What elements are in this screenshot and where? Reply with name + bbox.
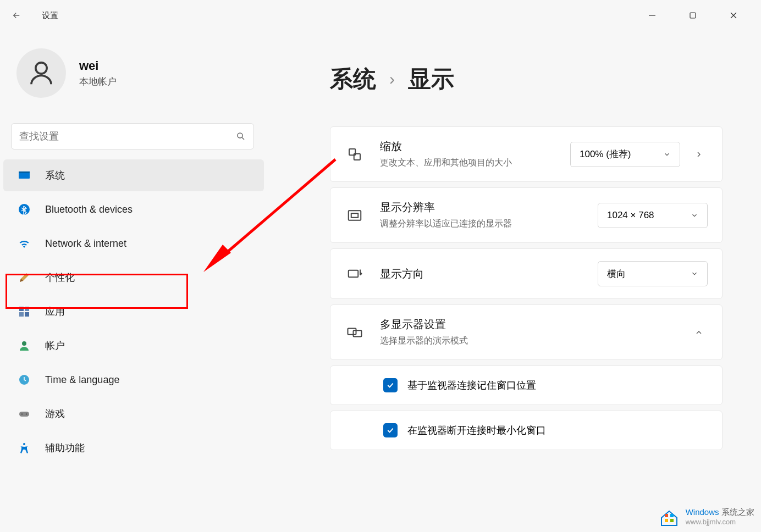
dropdown-value: 1024 × 768 [607, 210, 654, 221]
watermark-url: www.bjjmlv.com [686, 518, 754, 526]
orientation-icon [345, 264, 365, 284]
dropdown-value: 横向 [607, 268, 626, 280]
nav-label: 系统 [45, 169, 65, 182]
nav-label: Network & internet [45, 238, 126, 250]
setting-multi-display[interactable]: 多显示器设置 选择显示器的演示模式 [330, 304, 723, 360]
search-input[interactable] [11, 123, 254, 149]
svg-rect-31 [665, 514, 668, 517]
setting-desc: 调整分辨率以适应已连接的显示器 [380, 217, 582, 230]
search-field[interactable] [19, 131, 236, 142]
bluetooth-icon [16, 202, 32, 217]
nav-bluetooth[interactable]: Bluetooth & devices [3, 193, 264, 225]
setting-desc: 选择显示器的演示模式 [380, 334, 671, 347]
nav-label: 个性化 [45, 271, 75, 284]
expand-button[interactable] [690, 146, 708, 163]
chevron-down-icon [663, 151, 671, 158]
chevron-down-icon [691, 212, 698, 219]
close-button[interactable] [723, 7, 745, 24]
svg-point-18 [26, 413, 27, 414]
svg-rect-22 [349, 210, 361, 220]
svg-rect-23 [351, 213, 359, 218]
option-label: 在监视器断开连接时最小化窗口 [407, 424, 546, 437]
nav-time[interactable]: Time & language [3, 364, 264, 396]
svg-rect-12 [19, 312, 24, 317]
chevron-right-icon: › [389, 70, 395, 88]
chevron-down-icon [691, 270, 698, 278]
main-content: 系统 › 显示 缩放 更改文本、应用和其他项目的大小 100% (推荐) 显示分… [269, 31, 761, 532]
svg-rect-13 [25, 312, 29, 317]
nav-apps[interactable]: 应用 [3, 296, 264, 328]
svg-rect-26 [354, 330, 362, 336]
nav-label: 辅助功能 [45, 441, 85, 455]
svg-point-4 [36, 63, 47, 74]
svg-rect-30 [670, 519, 674, 522]
resolution-icon [345, 206, 365, 225]
wifi-icon [16, 236, 32, 251]
nav-list: 系统 Bluetooth & devices Network & interne… [0, 159, 269, 464]
orientation-dropdown[interactable]: 横向 [598, 261, 708, 286]
sidebar: wei 本地帐户 系统 Bluetooth & devices Network … [0, 31, 269, 532]
svg-rect-11 [25, 307, 29, 311]
multi-option-remember[interactable]: 基于监视器连接记住窗口位置 [330, 365, 723, 405]
watermark: Windows 系统之家 www.bjjmlv.com [658, 506, 754, 528]
setting-title: 显示方向 [380, 267, 582, 281]
svg-point-19 [23, 443, 25, 445]
watermark-logo-icon [658, 506, 680, 528]
brush-icon [16, 270, 32, 285]
clock-icon [16, 372, 32, 387]
svg-point-17 [21, 413, 23, 414]
breadcrumb: 系统 › 显示 [330, 64, 723, 95]
profile-type: 本地帐户 [79, 75, 117, 88]
setting-title: 缩放 [380, 139, 555, 154]
nav-label: 应用 [45, 305, 65, 318]
minimize-button[interactable] [641, 7, 663, 24]
svg-point-14 [22, 341, 26, 346]
avatar-icon [16, 48, 66, 98]
svg-rect-24 [349, 270, 359, 278]
setting-title: 多显示器设置 [380, 317, 671, 332]
svg-point-5 [238, 133, 242, 138]
scale-dropdown[interactable]: 100% (推荐) [570, 142, 680, 167]
checkbox-checked[interactable] [383, 423, 398, 437]
nav-network[interactable]: Network & internet [3, 228, 264, 259]
nav-accounts[interactable]: 帐户 [3, 330, 264, 362]
gamepad-icon [16, 406, 32, 422]
resolution-dropdown[interactable]: 1024 × 768 [598, 203, 708, 228]
nav-gaming[interactable]: 游戏 [3, 398, 264, 430]
svg-rect-1 [690, 13, 696, 18]
profile-block[interactable]: wei 本地帐户 [0, 42, 269, 113]
back-button[interactable] [5, 4, 27, 26]
setting-resolution[interactable]: 显示分辨率 调整分辨率以适应已连接的显示器 1024 × 768 [330, 187, 723, 243]
collapse-button[interactable] [690, 324, 708, 341]
window-controls [641, 7, 756, 24]
nav-system[interactable]: 系统 [3, 159, 264, 191]
svg-line-6 [242, 137, 244, 140]
nav-personalization[interactable]: 个性化 [3, 262, 264, 293]
breadcrumb-parent[interactable]: 系统 [330, 64, 376, 95]
option-label: 基于监视器连接记住窗口位置 [407, 379, 536, 392]
breadcrumb-current: 显示 [408, 64, 454, 95]
setting-orientation[interactable]: 显示方向 横向 [330, 248, 723, 299]
system-icon [16, 168, 32, 183]
profile-name: wei [79, 59, 117, 73]
maximize-button[interactable] [682, 7, 704, 24]
svg-rect-25 [348, 328, 356, 334]
scale-icon [345, 145, 365, 164]
svg-rect-16 [19, 412, 29, 417]
search-icon [236, 131, 246, 141]
account-icon [16, 338, 32, 353]
nav-label: Time & language [45, 374, 119, 386]
apps-icon [16, 304, 32, 319]
watermark-suffix: 系统之家 [721, 507, 754, 517]
checkbox-checked[interactable] [383, 378, 398, 392]
dropdown-value: 100% (推荐) [580, 148, 631, 160]
svg-rect-8 [19, 171, 30, 173]
setting-desc: 更改文本、应用和其他项目的大小 [380, 156, 555, 169]
nav-label: Bluetooth & devices [45, 204, 133, 215]
app-title: 设置 [42, 10, 58, 21]
setting-scale[interactable]: 缩放 更改文本、应用和其他项目的大小 100% (推荐) [330, 126, 723, 182]
nav-accessibility[interactable]: 辅助功能 [3, 432, 264, 464]
multi-option-minimize[interactable]: 在监视器断开连接时最小化窗口 [330, 411, 723, 450]
nav-label: 帐户 [45, 339, 65, 352]
watermark-brand: Windows [686, 507, 719, 517]
